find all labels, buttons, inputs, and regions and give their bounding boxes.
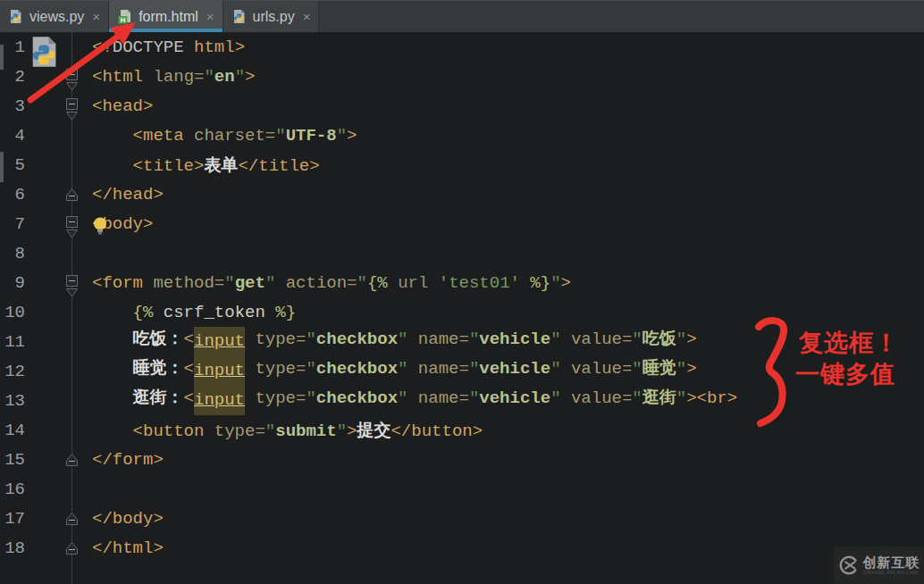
code-line[interactable]: 12睡觉：<input type="checkbox" name="vehicl… xyxy=(0,356,924,386)
code-line[interactable]: 11吃饭：<input type="checkbox" name="vehicl… xyxy=(0,327,924,356)
code-text: <form method="get" action="{% url 'test0… xyxy=(92,273,571,293)
watermark-brand: 创新互联 xyxy=(863,555,920,569)
editor-tab-bar: views.py×Hform.html×urls.py× xyxy=(0,0,924,32)
code-text: 睡觉：<input type="checkbox" name="vehicle"… xyxy=(92,356,697,386)
tab-label: views.py xyxy=(29,9,84,25)
fold-collapse-icon[interactable] xyxy=(65,97,79,121)
fold-collapse-icon[interactable] xyxy=(65,68,79,92)
close-icon[interactable]: × xyxy=(303,9,311,24)
svg-text:H: H xyxy=(121,16,125,24)
code-text: </form> xyxy=(92,450,164,470)
line-number: 17 xyxy=(0,509,25,529)
line-number: 9 xyxy=(0,273,25,293)
code-text: </head> xyxy=(92,185,164,204)
highlighted-identifier: input xyxy=(194,327,245,356)
tab-label: form.html xyxy=(139,9,198,25)
lightbulb-icon[interactable] xyxy=(93,217,107,237)
line-number: 7 xyxy=(0,214,25,234)
line-number: 11 xyxy=(0,332,25,352)
tab-views-py[interactable]: views.py× xyxy=(0,1,109,32)
code-line[interactable]: 2<html lang="en"> xyxy=(0,62,924,91)
fold-collapse-icon[interactable] xyxy=(65,274,79,298)
ide-window: views.py×Hform.html×urls.py× 1<!DOCTYPE … xyxy=(0,0,924,584)
code-line[interactable]: 10{% csrf_token %} xyxy=(0,297,924,327)
line-number: 18 xyxy=(0,538,25,558)
line-number: 13 xyxy=(0,391,25,411)
code-line[interactable]: 17</body> xyxy=(0,504,924,533)
code-line[interactable]: 8 xyxy=(0,238,924,268)
line-number: 8 xyxy=(0,244,25,263)
fold-end-icon[interactable] xyxy=(65,453,79,467)
code-line[interactable]: 5<title>表单</title> xyxy=(0,150,924,179)
html-file-icon: H xyxy=(117,9,132,24)
line-number: 14 xyxy=(0,421,25,440)
code-line[interactable]: 4<meta charset="UTF-8"> xyxy=(0,121,924,150)
code-text: </html> xyxy=(92,538,164,558)
code-text: <!DOCTYPE html> xyxy=(92,38,245,57)
code-line[interactable]: 6</head> xyxy=(0,179,924,209)
code-text: <html lang="en"> xyxy=(92,67,255,87)
tab-label: urls.py xyxy=(253,9,295,25)
python-file-drag-icon xyxy=(27,34,61,70)
fold-end-icon[interactable] xyxy=(65,188,79,202)
code-text: 吃饭：<input type="checkbox" name="vehicle"… xyxy=(92,327,697,356)
highlighted-identifier: input xyxy=(194,386,245,415)
code-text: 逛街：<input type="checkbox" name="vehicle"… xyxy=(92,386,737,415)
line-number: 10 xyxy=(0,303,25,322)
line-number: 5 xyxy=(0,155,25,175)
code-text: <head> xyxy=(92,96,153,116)
code-text: <button type="submit">提交</button> xyxy=(92,419,483,442)
code-line[interactable]: 13逛街：<input type="checkbox" name="vehicl… xyxy=(0,386,924,415)
code-line[interactable]: 15</form> xyxy=(0,445,924,474)
code-text: </body> xyxy=(92,509,164,529)
line-number: 1 xyxy=(0,38,25,57)
close-icon[interactable]: × xyxy=(206,9,214,24)
close-icon[interactable]: × xyxy=(92,9,100,24)
python-file-icon xyxy=(8,9,23,24)
watermark-subtitle: CHUANG XIN HU LIAN xyxy=(863,571,920,575)
line-number: 6 xyxy=(0,185,25,204)
annotation-note-line1: 复选框！ xyxy=(799,327,899,359)
tab-urls-py[interactable]: urls.py× xyxy=(223,1,320,32)
fold-collapse-icon[interactable] xyxy=(65,215,79,239)
code-line[interactable]: 18</html> xyxy=(0,533,924,563)
line-number: 15 xyxy=(0,450,25,470)
code-text: <meta charset="UTF-8"> xyxy=(92,126,357,146)
line-number: 3 xyxy=(0,96,25,116)
annotation-note-line2: 一键多值 xyxy=(795,358,895,390)
code-editor[interactable]: 1<!DOCTYPE html>2<html lang="en">3<head>… xyxy=(0,32,924,584)
tab-form-html[interactable]: Hform.html× xyxy=(109,1,223,32)
code-text: <title>表单</title> xyxy=(92,154,320,177)
code-line[interactable]: 1<!DOCTYPE html> xyxy=(0,32,924,62)
code-line[interactable]: 3<head> xyxy=(0,91,924,121)
line-number: 12 xyxy=(0,362,25,381)
code-text: {% csrf_token %} xyxy=(92,303,296,322)
code-line[interactable]: 14<button type="submit">提交</button> xyxy=(0,415,924,445)
code-line[interactable]: 9<form method="get" action="{% url 'test… xyxy=(0,268,924,297)
watermark: 创新互联 CHUANG XIN HU LIAN xyxy=(834,546,924,584)
code-line[interactable]: 7<body> xyxy=(0,209,924,238)
python-file-icon xyxy=(231,9,247,24)
line-number: 16 xyxy=(0,480,25,499)
window-edge-artifact xyxy=(0,152,4,182)
line-number: 2 xyxy=(0,67,25,87)
fold-end-icon[interactable] xyxy=(65,512,79,526)
code-line[interactable]: 16 xyxy=(0,474,924,504)
highlighted-identifier: input xyxy=(194,356,245,386)
window-edge-artifact xyxy=(0,45,4,70)
line-number: 4 xyxy=(0,126,25,146)
fold-end-icon[interactable] xyxy=(65,541,79,555)
watermark-logo-icon xyxy=(838,555,860,576)
